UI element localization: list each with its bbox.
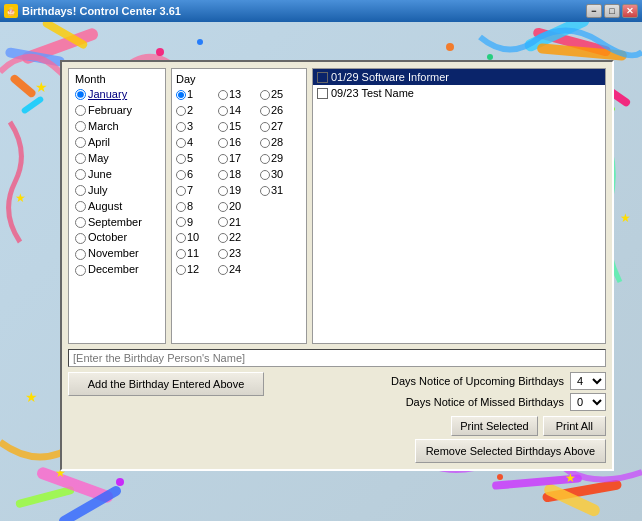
month-radio-input-january[interactable]: [75, 89, 86, 100]
day-radio-input-1[interactable]: [176, 90, 186, 100]
day-radio-29[interactable]: 29: [260, 151, 302, 167]
month-radio-input-november[interactable]: [75, 249, 86, 260]
day-radio-input-5[interactable]: [176, 154, 186, 164]
day-radio-7[interactable]: 7: [176, 183, 218, 199]
add-birthday-button[interactable]: Add the Birthday Entered Above: [68, 372, 264, 396]
month-radio-input-june[interactable]: [75, 169, 86, 180]
day-radio-20[interactable]: 20: [218, 199, 260, 215]
day-radio-input-13[interactable]: [218, 90, 228, 100]
month-radio-november[interactable]: November: [75, 246, 159, 262]
day-radio-13[interactable]: 13: [218, 87, 260, 103]
day-radio-input-4[interactable]: [176, 138, 186, 148]
day-radio-input-27[interactable]: [260, 122, 270, 132]
day-radio-15[interactable]: 15: [218, 119, 260, 135]
day-radio-input-2[interactable]: [176, 106, 186, 116]
day-radio-input-31[interactable]: [260, 186, 270, 196]
day-radio-23[interactable]: 23: [218, 246, 260, 262]
day-radio-input-6[interactable]: [176, 170, 186, 180]
day-radio-25[interactable]: 25: [260, 87, 302, 103]
day-radio-input-15[interactable]: [218, 122, 228, 132]
day-radio-input-25[interactable]: [260, 90, 270, 100]
month-radio-august[interactable]: August: [75, 199, 159, 215]
minimize-button[interactable]: −: [586, 4, 602, 18]
day-radio-9[interactable]: 9: [176, 215, 218, 231]
day-radio-input-19[interactable]: [218, 186, 228, 196]
month-radio-input-december[interactable]: [75, 265, 86, 276]
day-radio-8[interactable]: 8: [176, 199, 218, 215]
month-radio-february[interactable]: February: [75, 103, 159, 119]
print-selected-button[interactable]: Print Selected: [451, 416, 537, 436]
month-radio-october[interactable]: October: [75, 230, 159, 246]
day-radio-21[interactable]: 21: [218, 215, 260, 231]
birthday-item-0[interactable]: 01/29 Software Informer: [313, 69, 605, 85]
print-all-button[interactable]: Print All: [543, 416, 606, 436]
month-radio-input-february[interactable]: [75, 105, 86, 116]
month-radio-march[interactable]: March: [75, 119, 159, 135]
month-radio-input-october[interactable]: [75, 233, 86, 244]
birthday-list[interactable]: 01/29 Software Informer09/23 Test Name: [312, 68, 606, 344]
day-radio-input-16[interactable]: [218, 138, 228, 148]
day-radio-12[interactable]: 12: [176, 262, 218, 278]
day-radio-24[interactable]: 24: [218, 262, 260, 278]
day-radio-input-21[interactable]: [218, 217, 228, 227]
close-button[interactable]: ✕: [622, 4, 638, 18]
day-radio-input-30[interactable]: [260, 170, 270, 180]
day-radio-input-28[interactable]: [260, 138, 270, 148]
day-radio-input-23[interactable]: [218, 249, 228, 259]
birthday-checkbox-0[interactable]: [317, 72, 328, 83]
missed-notice-select[interactable]: 01234567: [570, 393, 606, 411]
day-radio-16[interactable]: 16: [218, 135, 260, 151]
day-radio-input-7[interactable]: [176, 186, 186, 196]
day-radio-input-12[interactable]: [176, 265, 186, 275]
day-radio-input-3[interactable]: [176, 122, 186, 132]
day-radio-input-10[interactable]: [176, 233, 186, 243]
maximize-button[interactable]: □: [604, 4, 620, 18]
day-radio-14[interactable]: 14: [218, 103, 260, 119]
day-radio-1[interactable]: 1: [176, 87, 218, 103]
month-radio-input-april[interactable]: [75, 137, 86, 148]
day-radio-input-29[interactable]: [260, 154, 270, 164]
day-radio-input-14[interactable]: [218, 106, 228, 116]
month-radio-july[interactable]: July: [75, 183, 159, 199]
month-radio-september[interactable]: September: [75, 215, 159, 231]
day-radio-input-18[interactable]: [218, 170, 228, 180]
day-radio-18[interactable]: 18: [218, 167, 260, 183]
day-radio-22[interactable]: 22: [218, 230, 260, 246]
day-radio-input-22[interactable]: [218, 233, 228, 243]
day-radio-input-11[interactable]: [176, 249, 186, 259]
month-radio-june[interactable]: June: [75, 167, 159, 183]
name-input[interactable]: [68, 349, 606, 367]
day-radio-28[interactable]: 28: [260, 135, 302, 151]
day-radio-17[interactable]: 17: [218, 151, 260, 167]
month-radio-january[interactable]: January: [75, 87, 159, 103]
day-radio-3[interactable]: 3: [176, 119, 218, 135]
day-radio-6[interactable]: 6: [176, 167, 218, 183]
month-radio-input-july[interactable]: [75, 185, 86, 196]
day-radio-4[interactable]: 4: [176, 135, 218, 151]
day-radio-input-17[interactable]: [218, 154, 228, 164]
month-radio-december[interactable]: December: [75, 262, 159, 278]
day-radio-10[interactable]: 10: [176, 230, 218, 246]
day-radio-input-24[interactable]: [218, 265, 228, 275]
remove-birthday-button[interactable]: Remove Selected Birthdays Above: [415, 439, 606, 463]
day-radio-31[interactable]: 31: [260, 183, 302, 199]
month-radio-april[interactable]: April: [75, 135, 159, 151]
day-radio-5[interactable]: 5: [176, 151, 218, 167]
month-radio-input-may[interactable]: [75, 153, 86, 164]
month-radio-input-august[interactable]: [75, 201, 86, 212]
day-radio-26[interactable]: 26: [260, 103, 302, 119]
birthday-checkbox-1[interactable]: [317, 88, 328, 99]
month-radio-input-march[interactable]: [75, 121, 86, 132]
day-radio-2[interactable]: 2: [176, 103, 218, 119]
month-radio-input-september[interactable]: [75, 217, 86, 228]
day-radio-11[interactable]: 11: [176, 246, 218, 262]
day-radio-input-20[interactable]: [218, 202, 228, 212]
birthday-item-1[interactable]: 09/23 Test Name: [313, 85, 605, 101]
day-radio-input-9[interactable]: [176, 217, 186, 227]
month-radio-may[interactable]: May: [75, 151, 159, 167]
day-radio-30[interactable]: 30: [260, 167, 302, 183]
day-radio-input-26[interactable]: [260, 106, 270, 116]
upcoming-notice-select[interactable]: 01234567: [570, 372, 606, 390]
day-radio-19[interactable]: 19: [218, 183, 260, 199]
day-radio-input-8[interactable]: [176, 202, 186, 212]
